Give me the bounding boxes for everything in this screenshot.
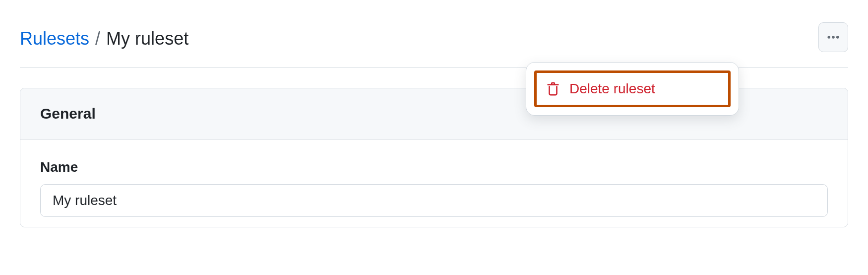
actions-dropdown: Delete ruleset (526, 62, 739, 116)
delete-ruleset-label: Delete ruleset (569, 81, 655, 97)
svg-point-2 (836, 36, 839, 39)
svg-point-1 (832, 36, 835, 39)
kebab-horizontal-icon (826, 30, 840, 44)
more-actions-button[interactable] (818, 22, 848, 52)
delete-ruleset-item[interactable]: Delete ruleset (534, 70, 731, 107)
name-input[interactable] (40, 184, 828, 217)
breadcrumb-parent-link[interactable]: Rulesets (20, 28, 89, 49)
breadcrumb-current: My ruleset (106, 28, 188, 49)
breadcrumb-separator: / (95, 28, 100, 49)
breadcrumb: Rulesets / My ruleset (20, 27, 188, 50)
svg-point-0 (827, 36, 830, 39)
page-header: Rulesets / My ruleset Delete ruleset (20, 27, 848, 50)
trash-icon (546, 81, 560, 96)
panel-body: Name (20, 139, 848, 227)
name-field-label: Name (40, 159, 828, 175)
